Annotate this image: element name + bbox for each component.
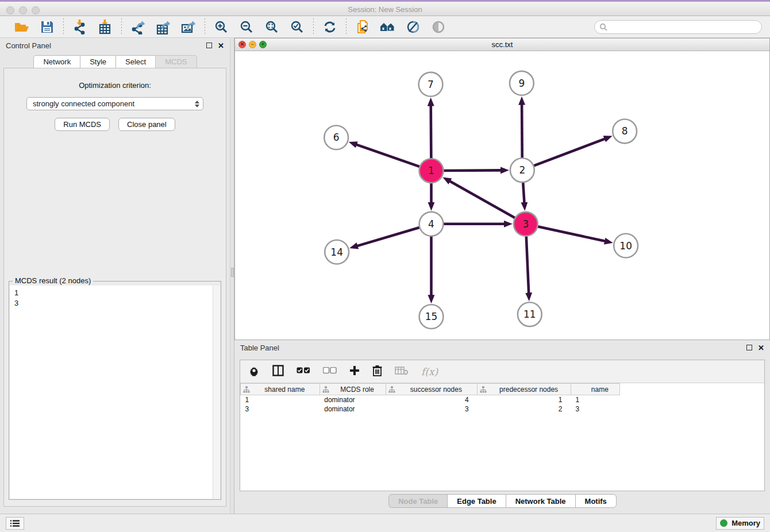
tab-mcds[interactable]: MCDS (155, 55, 197, 68)
add-column-button[interactable] (349, 365, 360, 377)
export-table-button[interactable] (155, 18, 172, 36)
graph-node-label: 9 (518, 78, 525, 89)
edge-3-11[interactable] (526, 235, 529, 294)
node-table[interactable]: shared nameMCDS rolesuccessor nodesprede… (240, 383, 764, 414)
graph-node-label: 6 (333, 132, 340, 143)
zoom-out-button[interactable] (238, 18, 255, 36)
search-input[interactable] (607, 23, 757, 31)
mcds-result-textarea[interactable]: 1 3 (10, 286, 220, 499)
save-session-button[interactable] (38, 18, 56, 36)
delete-table-icon (395, 366, 409, 377)
export-network-button[interactable] (129, 18, 147, 36)
import-table-button[interactable] (97, 18, 114, 36)
task-list-icon (10, 519, 20, 527)
edge-2-8[interactable] (533, 139, 605, 167)
birdseye-view-icon (432, 20, 445, 34)
cell-name[interactable]: 3 (571, 404, 619, 414)
search-box[interactable] (594, 20, 762, 34)
float-panel-icon[interactable] (206, 43, 212, 48)
dropdown-selected-value: strongly connected component (33, 99, 134, 108)
select-all-checks-icon (297, 367, 310, 376)
show-columns-icon (272, 365, 284, 378)
toggle-style-button[interactable] (405, 18, 422, 36)
zoom-in-icon (214, 20, 228, 34)
apply-layout-button[interactable] (321, 18, 338, 36)
tab-network-table[interactable]: Network Table (506, 494, 576, 508)
node-table-container: f(x) shared nameMCDS rolesuccessor nodes… (240, 360, 765, 491)
deselect-all-checks-button[interactable] (323, 367, 337, 376)
open-file-button[interactable] (13, 18, 30, 36)
import-network-button[interactable] (71, 18, 88, 36)
edge-1-6[interactable] (356, 145, 421, 167)
table-row[interactable]: 1dominator411 (241, 395, 764, 404)
graph-node-label: 4 (428, 218, 434, 230)
memory-button[interactable]: Memory (716, 517, 764, 530)
table-row[interactable]: 3dominator323 (241, 404, 764, 414)
table-panel-header: Table Panel ✕ (234, 340, 770, 355)
graph-node-label: 15 (425, 311, 438, 322)
cell-successor-nodes[interactable]: 4 (386, 395, 478, 404)
export-image-button[interactable] (180, 18, 197, 36)
delete-column-icon (372, 365, 382, 378)
zoom-fit-icon (265, 20, 279, 34)
select-all-checks-button[interactable] (297, 367, 310, 376)
deselect-all-checks-icon (323, 367, 337, 376)
table-close-icon[interactable]: ✕ (758, 344, 764, 352)
column-header-shared-name[interactable]: shared name (241, 384, 320, 395)
edge-1-2[interactable] (442, 170, 501, 171)
tab-motifs[interactable]: Motifs (575, 494, 617, 508)
birdseye-view-button[interactable] (430, 18, 447, 36)
edge-1-7[interactable] (431, 106, 432, 160)
header-filler (619, 384, 764, 395)
tab-node-table[interactable]: Node Table (388, 494, 448, 508)
control-panel-tabs: NetworkStyleSelectMCDS (0, 53, 230, 68)
network-canvas[interactable]: 1234678910111415 (235, 51, 769, 340)
zoom-selected-button[interactable] (288, 18, 306, 36)
clone-network-button[interactable] (354, 18, 371, 36)
show-columns-button[interactable] (272, 365, 284, 378)
control-panel: Control Panel ✕ NetworkStyleSelectMCDS O… (0, 38, 230, 514)
close-panel-icon[interactable]: ✕ (218, 41, 224, 50)
optimization-criterion-dropdown[interactable]: strongly connected component (26, 97, 203, 110)
tab-select[interactable]: Select (116, 55, 156, 68)
edge-2-3[interactable] (523, 181, 524, 203)
zoom-fit-button[interactable] (263, 18, 280, 36)
cell-shared-name[interactable]: 1 (241, 395, 320, 404)
table-header-row: shared nameMCDS rolesuccessor nodesprede… (241, 384, 764, 395)
table-settings-button[interactable] (248, 365, 260, 378)
edge-3-1[interactable] (450, 181, 517, 218)
cell-shared-name[interactable]: 3 (241, 404, 320, 414)
cell-predecessor-nodes[interactable]: 2 (478, 404, 571, 414)
result-scrollbar[interactable] (213, 286, 220, 499)
edge-4-14[interactable] (357, 227, 421, 246)
cell-successor-nodes[interactable]: 3 (386, 404, 478, 414)
close-panel-button[interactable]: Close panel (118, 118, 175, 131)
network-overview-button[interactable] (379, 18, 396, 36)
table-settings-icon (248, 365, 260, 378)
cell-name[interactable]: 1 (571, 395, 619, 404)
run-mcds-button[interactable]: Run MCDS (55, 118, 110, 131)
column-header-predecessor-nodes[interactable]: predecessor nodes (478, 384, 571, 395)
graph-node-label: 8 (622, 125, 628, 137)
column-header-name[interactable]: name (571, 384, 619, 395)
vertical-splitter[interactable] (230, 38, 234, 514)
delete-column-button[interactable] (372, 365, 382, 378)
graph-node-label: 14 (330, 246, 343, 258)
zoom-in-button[interactable] (213, 18, 230, 36)
tab-edge-table[interactable]: Edge Table (447, 494, 506, 508)
edge-3-10[interactable] (536, 226, 605, 241)
save-session-icon (40, 20, 54, 34)
table-panel: Table Panel ✕ f(x) shared nameMCDS roles… (234, 340, 770, 514)
column-header-MCDS-role[interactable]: MCDS role (319, 384, 386, 395)
task-history-button[interactable] (6, 517, 24, 530)
graph-node-label: 10 (619, 240, 632, 252)
tab-style[interactable]: Style (80, 55, 116, 68)
cell-predecessor-nodes[interactable]: 1 (478, 395, 571, 404)
tab-network[interactable]: Network (33, 55, 80, 68)
table-float-icon[interactable] (746, 345, 752, 350)
cell-MCDS-role[interactable]: dominator (319, 395, 386, 404)
edge-2-9[interactable] (522, 105, 522, 160)
cell-MCDS-role[interactable]: dominator (319, 404, 386, 414)
network-graph[interactable]: 1234678910111415 (235, 51, 769, 340)
column-header-successor-nodes[interactable]: successor nodes (386, 384, 478, 395)
